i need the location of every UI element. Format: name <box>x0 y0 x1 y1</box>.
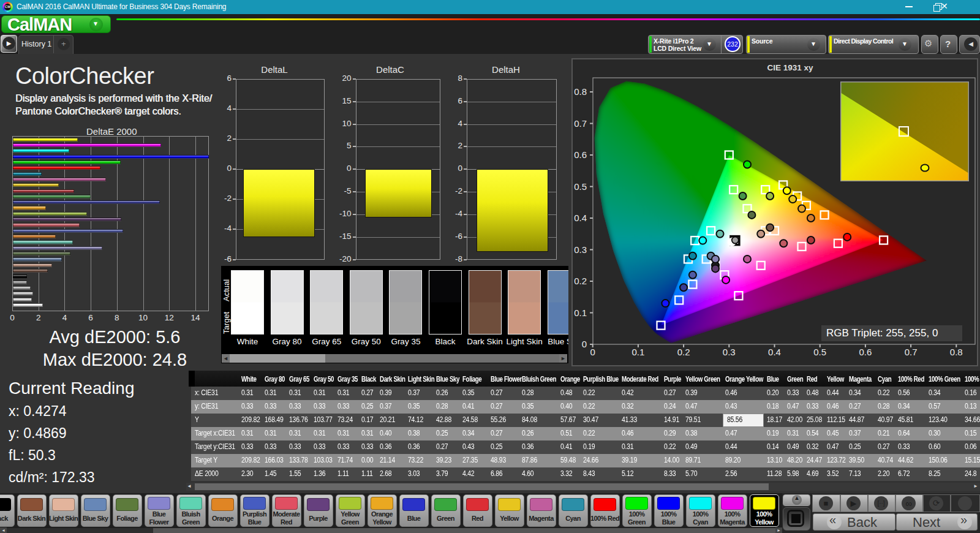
svg-text:0.3: 0.3 <box>574 244 587 255</box>
svg-text:0.7: 0.7 <box>574 118 587 129</box>
svg-text:0.1: 0.1 <box>574 308 587 318</box>
svg-text:0.6: 0.6 <box>859 347 872 357</box>
svg-text:0.5: 0.5 <box>574 181 587 192</box>
svg-text:0.4: 0.4 <box>768 347 781 357</box>
svg-text:0.2: 0.2 <box>677 347 690 357</box>
svg-text:0.1: 0.1 <box>631 347 644 357</box>
svg-text:0.8: 0.8 <box>950 347 963 357</box>
svg-text:0.6: 0.6 <box>574 149 587 160</box>
svg-text:0.3: 0.3 <box>723 347 736 357</box>
svg-text:0.7: 0.7 <box>905 347 918 357</box>
svg-text:0: 0 <box>590 347 595 357</box>
svg-text:0.4: 0.4 <box>574 213 587 223</box>
svg-text:0.5: 0.5 <box>813 347 826 357</box>
svg-text:0.2: 0.2 <box>574 276 587 286</box>
svg-text:0.8: 0.8 <box>574 86 587 97</box>
svg-text:0: 0 <box>582 339 587 349</box>
